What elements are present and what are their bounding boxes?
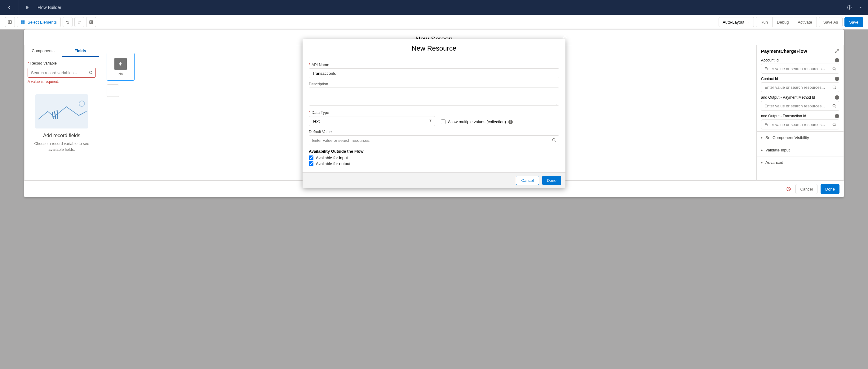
default-value-input[interactable] [309, 135, 559, 145]
data-type-label: Data Type [309, 111, 435, 115]
svg-rect-2 [8, 21, 12, 23]
save-as-button[interactable]: Save As [819, 17, 843, 27]
screen-done-button[interactable]: Done [820, 184, 839, 194]
run-button[interactable]: Run [756, 17, 772, 27]
canvas-area: ✕ New Screen Components Fields Record Va… [0, 29, 868, 369]
field-input-2[interactable] [761, 101, 839, 111]
field-label-2: and Output - Payment Method Id [761, 95, 815, 100]
search-icon [832, 66, 836, 71]
expand-icon[interactable] [835, 49, 839, 53]
info-icon[interactable]: i [835, 114, 839, 118]
svg-point-1 [849, 8, 850, 9]
available-input-checkbox[interactable] [309, 155, 313, 160]
close-icon[interactable]: ✕ [561, 31, 568, 41]
svg-rect-6 [23, 22, 25, 24]
record-variable-label: Record Variable [28, 61, 57, 65]
chevron-right-icon: ▸ [761, 161, 763, 165]
screen-cancel-button[interactable]: Cancel [796, 184, 817, 194]
allow-multiple-checkbox[interactable] [441, 119, 445, 124]
info-icon[interactable]: i [835, 58, 839, 62]
toggle-panel-button[interactable] [5, 17, 15, 27]
layout-mode-select[interactable]: Auto-Layout [719, 17, 754, 27]
resource-cancel-button[interactable]: Cancel [516, 176, 539, 185]
field-input-1-text[interactable] [765, 85, 830, 90]
field-label-3: and Output - Transaction Id [761, 114, 806, 118]
field-label-0: Account Id [761, 58, 779, 62]
svg-point-7 [91, 21, 92, 23]
record-variable-input[interactable] [31, 70, 86, 75]
description-textarea[interactable] [309, 87, 559, 106]
app-topbar: Flow Builder [0, 0, 868, 15]
chevron-down-icon: ▼ [429, 118, 432, 122]
empty-state-illustration [35, 94, 88, 129]
field-input-1[interactable] [761, 82, 839, 92]
drop-zone[interactable] [106, 84, 119, 97]
lightning-icon [114, 58, 127, 70]
info-icon[interactable]: i [835, 95, 839, 100]
help-icon[interactable] [846, 4, 853, 11]
close-icon[interactable]: ✕ [839, 29, 844, 32]
save-button[interactable]: Save [844, 17, 863, 27]
svg-point-8 [89, 71, 92, 74]
svg-point-15 [552, 138, 555, 141]
components-fields-panel: Components Fields Record Variable A valu… [24, 45, 99, 180]
app-title: Flow Builder [37, 5, 61, 10]
search-icon [552, 138, 556, 142]
field-label-1: Contact Id [761, 77, 778, 81]
screen-element[interactable]: No [106, 53, 134, 81]
flow-icon [25, 4, 32, 11]
back-arrow-icon[interactable] [6, 4, 13, 11]
svg-point-11 [833, 86, 835, 88]
accordion-validate[interactable]: ▸Validate Input [757, 144, 843, 156]
chevron-right-icon: ▸ [761, 136, 763, 140]
accordion-advanced[interactable]: ▸Advanced [757, 156, 843, 169]
api-name-label: API Name [309, 63, 559, 67]
component-name-title: PaymentChargeFlow [761, 49, 807, 54]
field-input-3-text[interactable] [765, 122, 830, 127]
data-type-select[interactable]: Text ▼ [309, 116, 435, 126]
topbar-divider [19, 0, 19, 15]
field-input-0-text[interactable] [765, 66, 830, 71]
default-value-label: Default Value [309, 130, 559, 134]
undo-button[interactable] [63, 17, 72, 27]
chevron-right-icon: ▸ [761, 148, 763, 152]
record-variable-search[interactable] [28, 68, 96, 78]
info-icon[interactable]: i [835, 77, 839, 81]
error-indicator-icon [786, 187, 791, 192]
search-icon [89, 70, 93, 75]
allow-multiple-label: Allow multiple values (collection) [448, 119, 506, 124]
record-variable-error: A value is required. [28, 80, 96, 84]
field-input-0[interactable] [761, 64, 839, 74]
settings-button[interactable] [86, 17, 96, 27]
svg-point-13 [833, 123, 835, 125]
tab-components[interactable]: Components [25, 45, 62, 57]
accordion-visibility[interactable]: ▸Set Component Visibility [757, 131, 843, 144]
field-input-3[interactable] [761, 119, 839, 130]
svg-rect-3 [21, 21, 23, 22]
api-name-input[interactable] [309, 68, 559, 78]
search-icon [832, 122, 836, 126]
accordion-advanced-label: Advanced [765, 160, 783, 165]
svg-point-9 [79, 101, 85, 107]
resource-modal-footer: Cancel Done [303, 172, 565, 188]
available-input-label: Available for input [316, 155, 348, 160]
properties-panel: PaymentChargeFlow Account Idi Contact Id… [756, 45, 844, 180]
field-input-2-text[interactable] [765, 104, 830, 108]
description-label: Description [309, 82, 559, 86]
select-elements-button[interactable]: Select Elements [17, 17, 61, 27]
debug-button[interactable]: Debug [772, 17, 793, 27]
select-elements-label: Select Elements [28, 20, 57, 25]
tab-fields[interactable]: Fields [62, 45, 99, 57]
availability-heading: Availability Outside the Flow [309, 149, 559, 153]
svg-rect-4 [23, 21, 25, 22]
info-icon[interactable]: i [508, 120, 513, 124]
empty-state-title: Add record fields [30, 133, 93, 138]
activate-button[interactable]: Activate [793, 17, 816, 27]
data-type-value: Text [312, 119, 320, 123]
resource-done-button[interactable]: Done [542, 176, 561, 185]
available-output-checkbox[interactable] [309, 161, 313, 166]
chevron-down-icon[interactable] [859, 4, 862, 11]
redo-button[interactable] [74, 17, 84, 27]
layout-mode-label: Auto-Layout [723, 20, 744, 25]
new-resource-title: New Resource [303, 39, 565, 58]
